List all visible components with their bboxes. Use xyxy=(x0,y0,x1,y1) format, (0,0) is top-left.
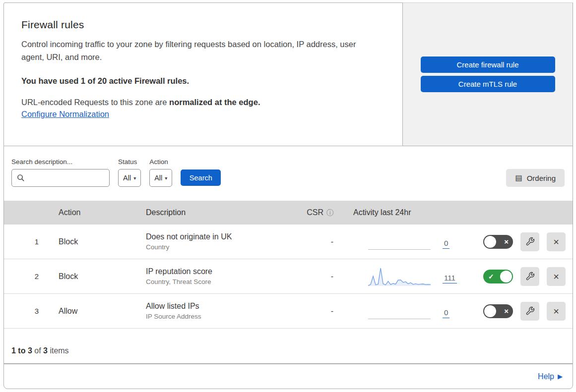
activity-sparkline xyxy=(368,300,432,322)
toggle-state-icon: ✓ xyxy=(488,270,494,283)
items-word: items xyxy=(48,346,69,355)
rule-activity-cell: 0 xyxy=(339,231,458,253)
rule-number: 2 xyxy=(4,272,39,280)
search-input-box[interactable] xyxy=(11,169,110,187)
wrench-icon xyxy=(525,306,535,316)
help-arrow-icon: ▶ xyxy=(558,373,563,380)
rule-fields: Country, Threat Score xyxy=(146,278,295,285)
edit-rule-button[interactable] xyxy=(520,302,539,321)
col-description-header: Description xyxy=(146,208,295,217)
close-icon: × xyxy=(553,272,559,281)
ordering-label: Ordering xyxy=(527,174,556,182)
table-header: Action Description CSRⓘ Activity last 24… xyxy=(4,201,573,224)
rule-csr: - xyxy=(295,237,339,246)
rule-description: IP reputation score xyxy=(146,267,295,276)
activity-sparkline xyxy=(368,231,432,253)
normalization-text: URL-encoded Requests to this zone are xyxy=(21,98,169,107)
col-action-header: Action xyxy=(39,208,146,217)
delete-rule-button[interactable]: × xyxy=(547,302,566,321)
help-bar: Help ▶ xyxy=(3,364,573,389)
header-section: Firewall rules Control incoming traffic … xyxy=(3,2,573,146)
toggle-knob xyxy=(484,305,496,317)
normalization-note: URL-encoded Requests to this zone are no… xyxy=(21,98,379,107)
close-icon: × xyxy=(553,237,559,247)
chevron-down-icon: ▾ xyxy=(133,175,136,181)
search-button[interactable]: Search xyxy=(181,169,221,186)
toggle-knob xyxy=(500,271,512,282)
toggle-knob xyxy=(484,236,496,248)
rule-action: Allow xyxy=(39,307,146,316)
delete-rule-button[interactable]: × xyxy=(547,232,566,251)
search-icon xyxy=(17,174,25,182)
status-dropdown[interactable]: All ▾ xyxy=(118,169,141,187)
configure-normalization-link[interactable]: Configure Normalization xyxy=(21,110,109,119)
table-row: 3 Allow Allow listed IPs IP Source Addre… xyxy=(4,294,573,329)
rule-controls: × × xyxy=(458,302,573,321)
rule-csr: - xyxy=(295,307,339,316)
rule-activity-cell: 0 xyxy=(339,300,458,322)
action-dropdown[interactable]: All ▾ xyxy=(149,169,172,187)
items-range: 1 to 3 xyxy=(11,346,32,355)
filter-bar: Search description... Status All ▾ Actio… xyxy=(4,146,573,201)
search-label: Search description... xyxy=(11,158,110,166)
search-input[interactable] xyxy=(25,169,115,186)
col-csr-header: CSRⓘ xyxy=(295,208,339,218)
create-mtls-rule-button[interactable]: Create mTLS rule xyxy=(421,76,555,92)
status-label: Status xyxy=(118,158,141,166)
rule-controls: × × xyxy=(458,232,573,251)
pagination-summary: 1 to 3 of 3 items xyxy=(4,329,573,363)
rule-description-cell: IP reputation score Country, Threat Scor… xyxy=(146,267,295,285)
action-label: Action xyxy=(149,158,172,166)
wrench-icon xyxy=(525,237,535,246)
edit-rule-button[interactable] xyxy=(520,267,539,286)
help-link[interactable]: Help ▶ xyxy=(538,372,563,381)
toggle-state-icon: × xyxy=(504,304,509,318)
close-icon: × xyxy=(553,306,559,316)
rule-csr: - xyxy=(295,272,339,281)
chevron-down-icon: ▾ xyxy=(165,175,167,181)
enable-toggle[interactable]: × xyxy=(483,235,513,249)
table-row: 1 Block Does not originate in UK Country… xyxy=(4,224,573,259)
items-total: 3 xyxy=(43,346,48,355)
rule-description-cell: Allow listed IPs IP Source Address xyxy=(146,302,295,320)
help-label: Help xyxy=(538,372,554,381)
page-title: Firewall rules xyxy=(21,19,379,31)
rules-list-section: Search description... Status All ▾ Actio… xyxy=(3,146,573,364)
firewall-rules-page: Firewall rules Control incoming traffic … xyxy=(3,2,573,389)
rule-description: Allow listed IPs xyxy=(146,302,295,311)
page-description: Control incoming traffic to your zone by… xyxy=(21,38,376,63)
rule-fields: IP Source Address xyxy=(146,313,295,320)
action-filter-group: Action All ▾ xyxy=(149,158,172,187)
ordering-button[interactable]: ▤ Ordering xyxy=(506,169,565,187)
rule-number: 3 xyxy=(4,307,39,315)
enable-toggle[interactable]: ✓ xyxy=(483,270,513,283)
table-row: 2 Block IP reputation score Country, Thr… xyxy=(4,259,573,294)
items-of: of xyxy=(32,346,43,355)
normalization-bold: normalized at the edge. xyxy=(169,98,260,107)
action-value: All xyxy=(154,174,162,182)
status-filter-group: Status All ▾ xyxy=(118,158,141,187)
rule-number: 1 xyxy=(4,237,39,246)
rule-fields: Country xyxy=(146,243,295,251)
activity-count-link[interactable]: 111 xyxy=(443,274,457,283)
delete-rule-button[interactable]: × xyxy=(547,267,566,286)
status-value: All xyxy=(123,174,131,182)
activity-count-link[interactable]: 0 xyxy=(443,308,449,318)
create-firewall-rule-button[interactable]: Create firewall rule xyxy=(421,56,555,73)
wrench-icon xyxy=(525,272,535,281)
col-activity-header: Activity last 24hr xyxy=(339,208,458,217)
search-group: Search description... xyxy=(11,158,110,187)
csr-header-label: CSR xyxy=(307,208,323,217)
rule-controls: ✓ × xyxy=(458,267,573,286)
toggle-state-icon: × xyxy=(504,235,509,249)
rule-description-cell: Does not originate in UK Country xyxy=(146,232,295,251)
header-card: Firewall rules Control incoming traffic … xyxy=(3,2,403,146)
rule-description: Does not originate in UK xyxy=(146,232,295,241)
usage-summary: You have used 1 of 20 active Firewall ru… xyxy=(21,76,379,86)
actions-panel: Create firewall rule Create mTLS rule xyxy=(403,2,573,146)
rule-action: Block xyxy=(39,272,146,281)
edit-rule-button[interactable] xyxy=(520,232,539,251)
info-icon[interactable]: ⓘ xyxy=(326,209,333,217)
activity-count-link[interactable]: 0 xyxy=(443,239,449,249)
enable-toggle[interactable]: × xyxy=(483,304,513,318)
